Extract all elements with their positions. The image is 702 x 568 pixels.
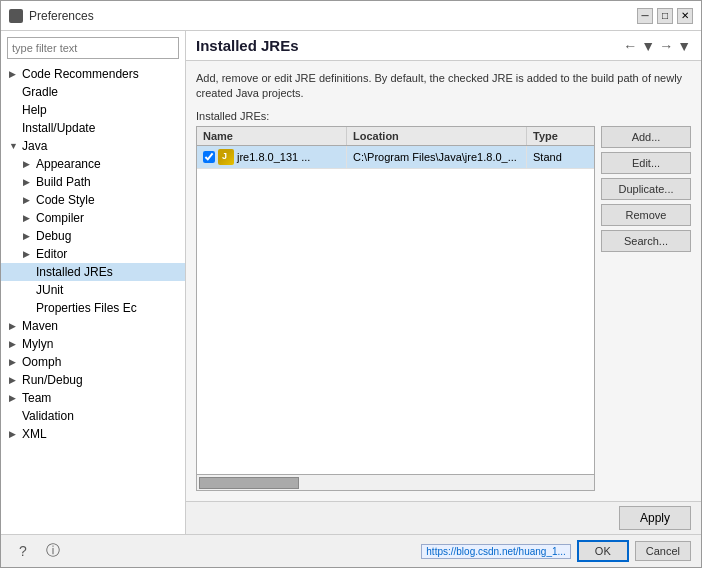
sidebar-item-label: Code Style: [36, 193, 95, 207]
panel-body: Add, remove or edit JRE definitions. By …: [186, 61, 701, 501]
main-content: ▶ Code Recommenders Gradle Help Install/…: [1, 31, 701, 534]
sidebar-item-validation[interactable]: Validation: [1, 407, 185, 425]
sidebar-search-box[interactable]: [7, 37, 179, 59]
sidebar-item-run-debug[interactable]: ▶ Run/Debug: [1, 371, 185, 389]
installed-jres-label: Installed JREs:: [196, 110, 691, 122]
jre-name: jre1.8.0_131 ...: [237, 151, 310, 163]
sidebar-item-label: Maven: [22, 319, 58, 333]
preferences-window: Preferences ─ □ ✕ ▶ Code Recommenders Gr…: [0, 0, 702, 568]
expand-arrow: ▶: [9, 375, 19, 385]
bottom-bar-left: ? ⓘ: [11, 539, 65, 563]
expand-arrow: ▶: [9, 429, 19, 439]
sidebar-search-input[interactable]: [7, 37, 179, 59]
remove-button[interactable]: Remove: [601, 204, 691, 226]
panel-description: Add, remove or edit JRE definitions. By …: [196, 71, 691, 102]
url-display: https://blog.csdn.net/huang_1...: [421, 544, 571, 559]
sidebar-item-gradle[interactable]: Gradle: [1, 83, 185, 101]
nav-forward-dropdown-button[interactable]: ▼: [677, 38, 691, 54]
sidebar-item-label: Java: [22, 139, 47, 153]
expand-arrow: ▶: [23, 231, 33, 241]
jre-table: Name Location Type jre1.8.0_131 ...: [196, 126, 595, 491]
sidebar-item-label: Install/Update: [22, 121, 95, 135]
sidebar-item-debug[interactable]: ▶ Debug: [1, 227, 185, 245]
search-button[interactable]: Search...: [601, 230, 691, 252]
sidebar-item-label: Gradle: [22, 85, 58, 99]
panel-title: Installed JREs: [196, 37, 299, 54]
expand-arrow: ▶: [9, 339, 19, 349]
sidebar-item-installed-jres[interactable]: Installed JREs: [1, 263, 185, 281]
window-controls: ─ □ ✕: [637, 8, 693, 24]
sidebar-item-help[interactable]: Help: [1, 101, 185, 119]
sidebar-item-editor[interactable]: ▶ Editor: [1, 245, 185, 263]
title-bar-left: Preferences: [9, 9, 94, 23]
close-button[interactable]: ✕: [677, 8, 693, 24]
sidebar-item-label: Team: [22, 391, 51, 405]
minimize-button[interactable]: ─: [637, 8, 653, 24]
sidebar-item-java[interactable]: ▼ Java: [1, 137, 185, 155]
sidebar-item-label: XML: [22, 427, 47, 441]
sidebar-item-properties-files[interactable]: Properties Files Ec: [1, 299, 185, 317]
nav-dropdown-button[interactable]: ▼: [641, 38, 655, 54]
sidebar-item-code-recommenders[interactable]: ▶ Code Recommenders: [1, 65, 185, 83]
expand-arrow: ▶: [23, 213, 33, 223]
jre-icon: [218, 149, 234, 165]
edit-button[interactable]: Edit...: [601, 152, 691, 174]
help-button[interactable]: ?: [11, 539, 35, 563]
sidebar-item-junit[interactable]: JUnit: [1, 281, 185, 299]
sidebar-item-label: Mylyn: [22, 337, 53, 351]
sidebar-item-xml[interactable]: ▶ XML: [1, 425, 185, 443]
expand-arrow: ▶: [9, 69, 19, 79]
ok-button[interactable]: OK: [577, 540, 629, 562]
sidebar-item-build-path[interactable]: ▶ Build Path: [1, 173, 185, 191]
table-header: Name Location Type: [197, 127, 594, 146]
sidebar-item-maven[interactable]: ▶ Maven: [1, 317, 185, 335]
info-button[interactable]: ⓘ: [41, 539, 65, 563]
jre-type-cell: Stand: [527, 146, 594, 168]
add-button[interactable]: Add...: [601, 126, 691, 148]
sidebar-item-mylyn[interactable]: ▶ Mylyn: [1, 335, 185, 353]
window-title: Preferences: [29, 9, 94, 23]
nav-forward-button[interactable]: →: [659, 38, 673, 54]
sidebar-item-label: Build Path: [36, 175, 91, 189]
maximize-button[interactable]: □: [657, 8, 673, 24]
expand-arrow: ▶: [23, 177, 33, 187]
apply-button[interactable]: Apply: [619, 506, 691, 530]
jre-table-area: Name Location Type jre1.8.0_131 ...: [196, 126, 691, 491]
panel-header: Installed JREs ← ▼ → ▼: [186, 31, 701, 61]
right-panel: Installed JREs ← ▼ → ▼ Add, remove or ed…: [186, 31, 701, 534]
sidebar-item-label: Installed JREs: [36, 265, 113, 279]
sidebar-item-label: Properties Files Ec: [36, 301, 137, 315]
expand-arrow: ▶: [23, 159, 33, 169]
col-header-location: Location: [347, 127, 527, 145]
sidebar-item-oomph[interactable]: ▶ Oomph: [1, 353, 185, 371]
sidebar-item-label: Compiler: [36, 211, 84, 225]
sidebar-item-label: Appearance: [36, 157, 101, 171]
nav-back-button[interactable]: ←: [623, 38, 637, 54]
sidebar-item-install-update[interactable]: Install/Update: [1, 119, 185, 137]
expand-arrow: ▶: [9, 357, 19, 367]
jre-checkbox[interactable]: [203, 151, 215, 163]
sidebar-item-label: Help: [22, 103, 47, 117]
expand-arrow: ▶: [23, 249, 33, 259]
scrollbar-thumb[interactable]: [199, 477, 299, 489]
sidebar-item-code-style[interactable]: ▶ Code Style: [1, 191, 185, 209]
bottom-bar-right: https://blog.csdn.net/huang_1... OK Canc…: [421, 540, 691, 562]
sidebar-item-label: Debug: [36, 229, 71, 243]
expand-arrow: ▼: [9, 141, 19, 151]
expand-arrow: ▶: [9, 393, 19, 403]
sidebar-item-appearance[interactable]: ▶ Appearance: [1, 155, 185, 173]
col-header-type: Type: [527, 127, 595, 145]
sidebar-item-compiler[interactable]: ▶ Compiler: [1, 209, 185, 227]
sidebar-item-team[interactable]: ▶ Team: [1, 389, 185, 407]
sidebar-item-label: Run/Debug: [22, 373, 83, 387]
table-body: jre1.8.0_131 ... C:\Program Files\Java\j…: [197, 146, 594, 474]
sidebar-item-label: JUnit: [36, 283, 63, 297]
jre-action-buttons: Add... Edit... Duplicate... Remove Searc…: [601, 126, 691, 491]
sidebar: ▶ Code Recommenders Gradle Help Install/…: [1, 31, 186, 534]
duplicate-button[interactable]: Duplicate...: [601, 178, 691, 200]
table-row[interactable]: jre1.8.0_131 ... C:\Program Files\Java\j…: [197, 146, 594, 169]
jre-name-cell: jre1.8.0_131 ...: [197, 146, 347, 168]
table-scrollbar[interactable]: [197, 474, 594, 490]
cancel-button[interactable]: Cancel: [635, 541, 691, 561]
window-icon: [9, 9, 23, 23]
